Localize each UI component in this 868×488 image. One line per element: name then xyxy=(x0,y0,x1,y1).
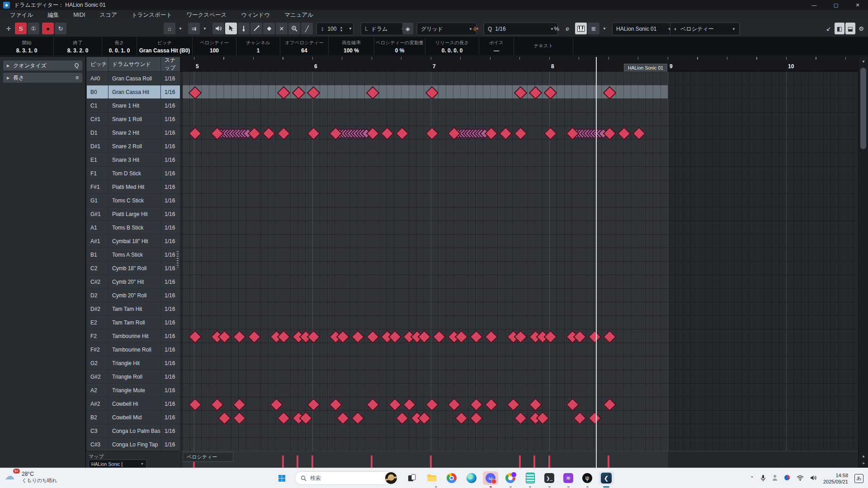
drum-list-row-C#1[interactable]: C#1Snare 1 Roll1/16 xyxy=(87,113,180,126)
drum-note[interactable] xyxy=(262,127,276,140)
info-field-3[interactable]: ピッチGran Cassa Hit (B0) xyxy=(137,37,193,55)
drum-note[interactable] xyxy=(433,330,446,343)
pin-button[interactable]: ✛ xyxy=(3,23,14,34)
mute-tool[interactable]: ✕ xyxy=(276,23,288,34)
drum-note[interactable] xyxy=(366,86,379,99)
zoom-tool[interactable] xyxy=(288,23,300,34)
drum-list-row-A#0[interactable]: A#0Gran Cassa Roll1/16 xyxy=(87,72,180,85)
velocity-lane[interactable] xyxy=(180,451,858,468)
velocity-bar[interactable] xyxy=(533,455,535,468)
info-field-11[interactable]: テキスト xyxy=(514,37,573,55)
scrollbar-thumb[interactable] xyxy=(860,68,866,149)
drum-note[interactable] xyxy=(499,127,513,140)
drum-note[interactable] xyxy=(514,86,528,99)
zoom-plus-button[interactable]: + xyxy=(859,460,868,467)
drum-list-row-C#2[interactable]: C#2Cymb 20" Hit1/16 xyxy=(87,275,180,289)
drum-note[interactable] xyxy=(514,411,528,425)
drum-list-row-A2[interactable]: A2Triangle Mute1/16 xyxy=(87,384,180,397)
velocity-lane-label[interactable]: ベロシティー xyxy=(183,452,233,462)
drum-list-row-C3[interactable]: C3Conga Lo Palm Bass1/16 xyxy=(87,424,180,438)
velocity-bar[interactable] xyxy=(608,455,609,468)
drum-note[interactable] xyxy=(447,398,461,411)
drum-note[interactable] xyxy=(388,398,401,411)
menu-4[interactable]: トランスポート xyxy=(127,11,176,19)
velocity-bar[interactable] xyxy=(282,455,284,468)
drum-list-row-E2[interactable]: E2Tam Tam Roll1/16 xyxy=(87,316,180,329)
drum-note[interactable] xyxy=(403,398,416,411)
velocity-stepper[interactable]: ▲▼ xyxy=(340,26,343,32)
drum-note[interactable] xyxy=(277,127,291,140)
drum-note[interactable] xyxy=(188,330,202,343)
event-colors-button[interactable]: ≣ xyxy=(588,23,599,34)
list-resize-grip[interactable] xyxy=(177,251,179,267)
weather-widget[interactable]: ☁9+ 28°C くもりのち晴れ xyxy=(5,470,57,484)
open-in-window-button[interactable]: ↙ xyxy=(824,23,834,34)
drum-note[interactable] xyxy=(188,127,202,140)
drum-note[interactable] xyxy=(469,330,483,343)
drum-note[interactable] xyxy=(603,398,616,411)
loop-button[interactable]: ↻ xyxy=(55,23,66,34)
drum-note[interactable] xyxy=(469,398,483,411)
menu-3[interactable]: スコア xyxy=(95,11,122,19)
mouse-value-display-caret[interactable]: ▼ xyxy=(176,23,184,34)
drum-note[interactable] xyxy=(351,411,364,425)
drum-note[interactable] xyxy=(543,86,557,99)
drum-note[interactable] xyxy=(329,398,342,411)
layout-lower-zone-button[interactable]: ⬓ xyxy=(845,23,855,34)
terminal-button[interactable]: ❯_ xyxy=(542,471,556,485)
drum-note[interactable] xyxy=(588,330,601,343)
track-selector-dropdown[interactable]: HALion Sonic 01 ▼ xyxy=(612,23,675,35)
notes-app-button[interactable] xyxy=(524,471,537,485)
note-grid[interactable] xyxy=(180,71,858,451)
drum-note[interactable] xyxy=(603,127,616,140)
drum-note[interactable] xyxy=(366,127,379,140)
velocity-bar[interactable] xyxy=(430,455,432,468)
drum-list-row-A#1[interactable]: A#1Cymbal 18" Hit1/16 xyxy=(87,235,180,248)
menu-6[interactable]: ウィンドウ xyxy=(236,11,274,19)
discord-button[interactable]: ω xyxy=(483,471,498,485)
drum-note[interactable] xyxy=(506,398,520,411)
autoscroll-caret[interactable]: ▼ xyxy=(201,23,209,34)
info-field-1[interactable]: 終了8. 3. 2. 0 xyxy=(54,37,102,55)
drum-note[interactable] xyxy=(418,411,431,425)
drum-note[interactable] xyxy=(573,411,587,425)
drum-note[interactable] xyxy=(388,330,401,343)
drum-note[interactable] xyxy=(351,330,364,343)
menu-2[interactable]: MIDI xyxy=(69,12,90,18)
drum-list-row-C#3[interactable]: C#3Conga Lo Fing Tap1/16 xyxy=(87,438,180,451)
mouse-value-display-button[interactable]: ⌂ xyxy=(164,23,175,34)
controller-lane-dropdown[interactable]: ◐ ベロシティー ▼ xyxy=(670,23,740,35)
drum-list-row-C1[interactable]: C1Snare 1 Hit1/16 xyxy=(87,99,180,113)
clock-widget[interactable]: 14:58 2025/09/21 xyxy=(823,472,848,485)
velocity-bar[interactable] xyxy=(371,455,373,468)
drum-note[interactable] xyxy=(418,330,431,343)
drumstick-tool[interactable] xyxy=(238,23,250,34)
drum-note[interactable] xyxy=(277,86,291,99)
drum-note[interactable] xyxy=(425,86,439,99)
drum-list-row-B2[interactable]: B2Cowbell Mid1/16 xyxy=(87,411,180,424)
drum-note[interactable] xyxy=(573,330,587,343)
quantize-panel-button[interactable]: e xyxy=(562,23,572,34)
drum-note[interactable] xyxy=(528,86,542,99)
scrollbar-up-button[interactable]: ▼ xyxy=(859,58,868,65)
drum-note[interactable] xyxy=(536,411,550,425)
object-selection-tool[interactable] xyxy=(225,23,237,34)
info-field-9[interactable]: リリースの長さ0. 0. 0. 0 xyxy=(425,37,479,55)
ime-indicator[interactable]: あ xyxy=(854,474,863,483)
drum-note[interactable] xyxy=(299,411,313,425)
velocity-bar[interactable] xyxy=(519,455,521,468)
drum-note[interactable] xyxy=(232,411,246,425)
drum-list-row-G#1[interactable]: G#1Piatti Large Hit1/16 xyxy=(87,207,180,221)
vertical-scrollbar[interactable]: ▼ ▲ + xyxy=(858,57,868,468)
drum-note[interactable] xyxy=(307,330,320,343)
person-status-icon[interactable] xyxy=(772,474,778,482)
drum-list-row-G#2[interactable]: G#2Triangle Roll1/16 xyxy=(87,370,180,384)
playhead-cursor[interactable] xyxy=(596,57,597,468)
drum-note[interactable] xyxy=(366,330,379,343)
chrome-profile-button[interactable] xyxy=(504,471,517,485)
chrome-button[interactable] xyxy=(445,471,458,485)
drum-note[interactable] xyxy=(425,127,439,140)
drum-note[interactable] xyxy=(232,330,246,343)
drum-note[interactable] xyxy=(566,398,579,411)
layout-left-zone-button[interactable]: ◧ xyxy=(835,23,844,34)
